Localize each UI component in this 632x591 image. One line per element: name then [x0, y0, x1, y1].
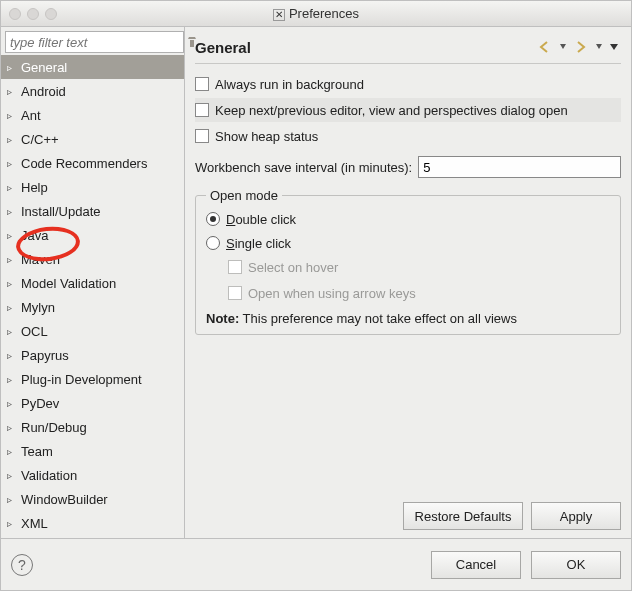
tree-item-label: OCL: [21, 324, 48, 339]
tree-item-label: PyDev: [21, 396, 59, 411]
tree-item-model-validation[interactable]: ▹Model Validation: [1, 271, 184, 295]
back-button[interactable]: [535, 40, 555, 54]
tree-item-papyrus[interactable]: ▹Papyrus: [1, 343, 184, 367]
tree-item-xml[interactable]: ▹XML: [1, 511, 184, 535]
checkbox-icon: [195, 77, 209, 91]
tree-item-help[interactable]: ▹Help: [1, 175, 184, 199]
tree-expand-icon[interactable]: ▹: [7, 86, 17, 97]
tree-item-label: Run/Debug: [21, 420, 87, 435]
tree-item-java[interactable]: ▹Java: [1, 223, 184, 247]
tree-expand-icon[interactable]: ▹: [7, 422, 17, 433]
tree-item-ant[interactable]: ▹Ant: [1, 103, 184, 127]
tree-item-label: Maven: [21, 252, 60, 267]
checkbox-icon: [228, 260, 242, 274]
tree-item-install-update[interactable]: ▹Install/Update: [1, 199, 184, 223]
tree-expand-icon[interactable]: ▹: [7, 518, 17, 529]
restore-defaults-button[interactable]: Restore Defaults: [403, 502, 523, 530]
tree-item-label: Papyrus: [21, 348, 69, 363]
check-open-arrow-keys: Open when using arrow keys: [228, 281, 610, 305]
check-label: Show heap status: [215, 129, 318, 144]
checkbox-icon: [195, 129, 209, 143]
checkbox-icon: [195, 103, 209, 117]
tree-item-label: Help: [21, 180, 48, 195]
tree-item-pydev[interactable]: ▹PyDev: [1, 391, 184, 415]
tree-item-label: Validation: [21, 468, 77, 483]
check-run-background[interactable]: Always run in background: [195, 72, 621, 96]
page-title: General: [195, 39, 535, 56]
tree-item-label: Android: [21, 84, 66, 99]
tree-expand-icon[interactable]: ▹: [7, 470, 17, 481]
window-max-icon[interactable]: [45, 8, 57, 20]
open-mode-note: Note: This preference may not take effec…: [206, 311, 610, 326]
radio-icon: [206, 236, 220, 250]
tree-item-windowbuilder[interactable]: ▹WindowBuilder: [1, 487, 184, 511]
tree-item-validation[interactable]: ▹Validation: [1, 463, 184, 487]
window-close-icon[interactable]: [9, 8, 21, 20]
tree-item-label: Mylyn: [21, 300, 55, 315]
checkbox-icon: [228, 286, 242, 300]
tree-expand-icon[interactable]: ▹: [7, 350, 17, 361]
tree-item-code-recommenders[interactable]: ▹Code Recommenders: [1, 151, 184, 175]
save-interval-input[interactable]: [418, 156, 621, 178]
cancel-button[interactable]: Cancel: [431, 551, 521, 579]
window-title: Preferences: [289, 6, 359, 21]
tree-expand-icon[interactable]: ▹: [7, 134, 17, 145]
tree-expand-icon[interactable]: ▹: [7, 374, 17, 385]
view-menu-icon[interactable]: [607, 43, 621, 51]
tree-expand-icon[interactable]: ▹: [7, 110, 17, 121]
tree-item-label: Model Validation: [21, 276, 116, 291]
tree-item-label: Install/Update: [21, 204, 101, 219]
tree-expand-icon[interactable]: ▹: [7, 182, 17, 193]
filter-input[interactable]: [5, 31, 184, 53]
apply-button[interactable]: Apply: [531, 502, 621, 530]
forward-menu-icon[interactable]: [593, 43, 605, 51]
tree-expand-icon[interactable]: ▹: [7, 302, 17, 313]
check-show-heap[interactable]: Show heap status: [195, 124, 621, 148]
open-mode-group: Open mode Double click Single click Sele…: [195, 188, 621, 335]
tree-item-android[interactable]: ▹Android: [1, 79, 184, 103]
tree-item-mylyn[interactable]: ▹Mylyn: [1, 295, 184, 319]
tree-item-plugin-dev[interactable]: ▹Plug-in Development: [1, 367, 184, 391]
check-keep-editor[interactable]: Keep next/previous editor, view and pers…: [195, 98, 621, 122]
preferences-tree[interactable]: ▹General ▹Android ▹Ant ▹C/C++ ▹Code Reco…: [1, 55, 184, 538]
tree-item-label: WindowBuilder: [21, 492, 108, 507]
tree-item-team[interactable]: ▹Team: [1, 439, 184, 463]
check-label: Open when using arrow keys: [248, 286, 416, 301]
tree-expand-icon[interactable]: ▹: [7, 326, 17, 337]
help-icon[interactable]: ?: [11, 554, 33, 576]
tree-item-label: General: [21, 60, 67, 75]
tree-expand-icon[interactable]: ▹: [7, 278, 17, 289]
tree-expand-icon[interactable]: ▹: [7, 206, 17, 217]
tree-item-label: XML: [21, 516, 48, 531]
forward-button[interactable]: [571, 40, 591, 54]
tree-expand-icon[interactable]: ▹: [7, 158, 17, 169]
tree-item-run-debug[interactable]: ▹Run/Debug: [1, 415, 184, 439]
save-interval-label: Workbench save interval (in minutes):: [195, 160, 412, 175]
radio-double-click[interactable]: Double click: [206, 207, 610, 231]
tree-expand-icon[interactable]: ▹: [7, 254, 17, 265]
radio-label: Single click: [226, 236, 291, 251]
tree-expand-icon[interactable]: ▹: [7, 446, 17, 457]
tree-expand-icon[interactable]: ▹: [7, 230, 17, 241]
check-select-on-hover: Select on hover: [228, 255, 610, 279]
window-min-icon[interactable]: [27, 8, 39, 20]
back-menu-icon[interactable]: [557, 43, 569, 51]
tree-item-maven[interactable]: ▹Maven: [1, 247, 184, 271]
separator: [195, 63, 621, 64]
tree-item-ocl[interactable]: ▹OCL: [1, 319, 184, 343]
tree-expand-icon[interactable]: ▹: [7, 62, 17, 73]
tree-item-label: Java: [21, 228, 48, 243]
check-label: Always run in background: [215, 77, 364, 92]
radio-label: Double click: [226, 212, 296, 227]
tree-item-label: Code Recommenders: [21, 156, 147, 171]
radio-single-click[interactable]: Single click: [206, 231, 610, 255]
radio-icon: [206, 212, 220, 226]
tree-expand-icon[interactable]: ▹: [7, 398, 17, 409]
tree-item-general[interactable]: ▹General: [1, 55, 184, 79]
tree-item-label: Ant: [21, 108, 41, 123]
tree-item-ccpp[interactable]: ▹C/C++: [1, 127, 184, 151]
titlebar: ✕Preferences: [1, 1, 631, 27]
tree-item-label: Team: [21, 444, 53, 459]
tree-expand-icon[interactable]: ▹: [7, 494, 17, 505]
ok-button[interactable]: OK: [531, 551, 621, 579]
